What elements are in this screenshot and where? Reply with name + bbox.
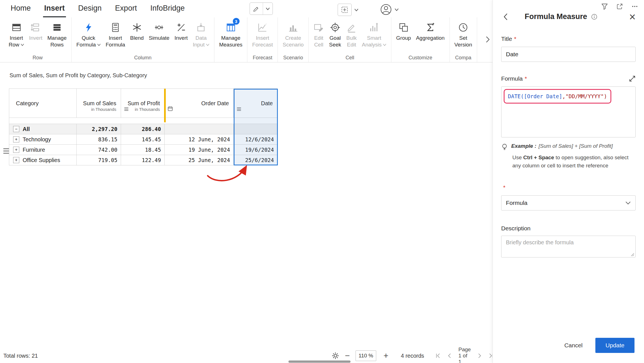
horizontal-scrollbar-thumb[interactable]	[288, 360, 351, 363]
cell-category[interactable]: − All	[9, 124, 77, 134]
cell-order-date[interactable]: 25 June, 2024	[165, 155, 234, 165]
cell-date[interactable]: 12/6/2024	[234, 134, 278, 145]
bulk-edit-button[interactable]: Bulk Edit	[344, 20, 359, 49]
column-menu-icon[interactable]	[236, 107, 242, 111]
drag-handle-icon[interactable]	[3, 148, 9, 154]
data-input-button[interactable]: Data Input	[190, 20, 212, 49]
create-scenario-button[interactable]: Create Scenario	[280, 20, 306, 49]
next-page-icon[interactable]	[476, 353, 482, 359]
prev-page-icon[interactable]	[447, 353, 453, 359]
person-circle-icon[interactable]	[380, 4, 392, 15]
chevron-down-icon[interactable]	[354, 9, 358, 11]
ribbon-overflow-button[interactable]	[485, 36, 490, 43]
edit-mode-split-button[interactable]	[250, 3, 273, 15]
cancel-button[interactable]: Cancel	[564, 342, 583, 349]
invert-columns-button[interactable]: Invert	[172, 20, 190, 42]
smart-analysis-button[interactable]: Smart Analysis	[359, 20, 389, 49]
column-menu-icon[interactable]	[124, 107, 129, 111]
cell-order-date[interactable]: 19 June, 2024	[165, 145, 234, 155]
set-version-button[interactable]: Set Version	[452, 20, 475, 49]
description-textarea[interactable]	[501, 236, 636, 257]
chevron-down-icon[interactable]	[395, 8, 399, 11]
more-options-icon[interactable]	[631, 3, 638, 10]
column-header-category[interactable]: Category	[9, 89, 77, 118]
expand-window-icon[interactable]	[616, 3, 623, 10]
expand-formula-icon[interactable]	[629, 75, 636, 82]
title-input[interactable]	[501, 47, 636, 62]
tab-infobridge[interactable]: InfoBridge	[149, 0, 186, 17]
expand-toggle[interactable]: +	[13, 147, 19, 153]
cell-category[interactable]: + Furniture	[9, 145, 77, 155]
tab-home[interactable]: Home	[10, 0, 32, 17]
cell-order-date[interactable]	[165, 124, 234, 134]
goal-seek-icon	[330, 20, 340, 35]
cell-sales[interactable]: 2,297.20	[77, 124, 121, 134]
settings-gear-icon[interactable]	[332, 352, 339, 360]
calendar-icon[interactable]	[167, 106, 173, 111]
first-page-icon[interactable]	[435, 353, 441, 359]
insert-forecast-button[interactable]: Insert Forecast	[250, 20, 275, 49]
cell-profit[interactable]: 145.45	[121, 134, 165, 145]
zoom-out-button[interactable]: −	[345, 351, 350, 360]
insert-formula-button[interactable]: Insert Formula	[103, 20, 128, 49]
user-account-button[interactable]	[380, 4, 399, 15]
quick-formula-button[interactable]: Quick Formula	[74, 20, 103, 49]
expand-toggle[interactable]: +	[13, 157, 19, 163]
cell-sales[interactable]: 836.15	[77, 134, 121, 145]
column-header-order-date[interactable]: Order Date	[165, 89, 234, 118]
row-aggregation-select[interactable]: Formula	[501, 195, 636, 210]
formula-editor[interactable]: DATE([Order Date],"DD/MM/YYYY")	[501, 86, 636, 137]
update-button[interactable]: Update	[595, 338, 634, 353]
tab-insert[interactable]: Insert	[43, 0, 66, 17]
cell-sales[interactable]: 719.05	[77, 155, 121, 165]
invert-rows-button[interactable]: Invert	[27, 20, 45, 42]
info-icon[interactable]	[591, 14, 597, 20]
column-header-sum-of-profit[interactable]: Sum of Profit in Thousands	[121, 89, 165, 118]
cell-profit[interactable]: 18.45	[121, 145, 165, 155]
ribbon-group-column: Quick Formula Insert Formula Blend	[72, 17, 214, 62]
new-view-split-button[interactable]	[338, 4, 358, 16]
filter-icon[interactable]	[601, 3, 608, 10]
title-field-label: Title*	[501, 36, 636, 42]
cell-category[interactable]: + Office Supplies	[9, 155, 77, 165]
quick-formula-icon	[83, 20, 94, 35]
add-grid-icon[interactable]	[338, 4, 352, 16]
blend-button[interactable]: Blend	[128, 20, 146, 42]
formula-highlight: DATE([Order Date],"DD/MM/YYYY")	[504, 89, 611, 104]
cell-date[interactable]: 19/6/2024	[234, 145, 278, 155]
cell-order-date[interactable]: 12 June, 2024	[165, 134, 234, 145]
manage-measures-icon: 3	[226, 20, 236, 35]
chevron-down-icon	[97, 44, 101, 46]
cell-category[interactable]: + Technology	[9, 134, 77, 145]
table-row-furniture: + Furniture 742.00 18.45 19 June, 2024 1…	[9, 145, 278, 155]
close-icon[interactable]: ×	[629, 13, 636, 21]
tab-design[interactable]: Design	[77, 0, 103, 17]
set-version-icon	[458, 20, 468, 35]
pencil-icon[interactable]	[250, 3, 263, 15]
manage-rows-button[interactable]: Manage Rows	[45, 20, 69, 49]
group-button[interactable]: Group	[394, 20, 413, 42]
ribbon-group-compare: Set Version Compa	[450, 17, 477, 62]
collapse-toggle[interactable]: −	[13, 126, 19, 132]
column-header-date[interactable]: Date	[234, 89, 278, 118]
cell-date[interactable]	[234, 124, 278, 134]
insert-row-button[interactable]: Insert Row	[6, 20, 27, 49]
cell-sales[interactable]: 742.00	[77, 145, 121, 155]
cell-profit[interactable]: 286.40	[121, 124, 165, 134]
chevron-down-icon[interactable]	[263, 3, 273, 15]
manage-measures-button[interactable]: 3 Manage Measures	[217, 20, 245, 49]
zoom-in-button[interactable]: +	[383, 351, 389, 360]
tab-export[interactable]: Export	[114, 0, 138, 17]
back-icon[interactable]	[502, 13, 509, 21]
goal-seek-button[interactable]: Goal Seek	[326, 20, 344, 49]
zoom-level-input[interactable]	[356, 350, 376, 361]
column-header-sum-of-sales[interactable]: Sum of Sales in Thousands	[77, 89, 121, 118]
edit-cell-button[interactable]: Edit Cell	[311, 20, 326, 49]
formula-string-token: ,"DD/MM/YYYY")	[562, 93, 607, 99]
cell-profit[interactable]: 122.49	[121, 155, 165, 165]
records-count-label: 4 records	[401, 352, 424, 359]
expand-toggle[interactable]: +	[13, 136, 19, 142]
cell-date[interactable]: 25/6/2024	[234, 155, 278, 165]
aggregation-button[interactable]: Aggregation	[413, 20, 447, 42]
simulate-button[interactable]: Simulate	[146, 20, 172, 42]
